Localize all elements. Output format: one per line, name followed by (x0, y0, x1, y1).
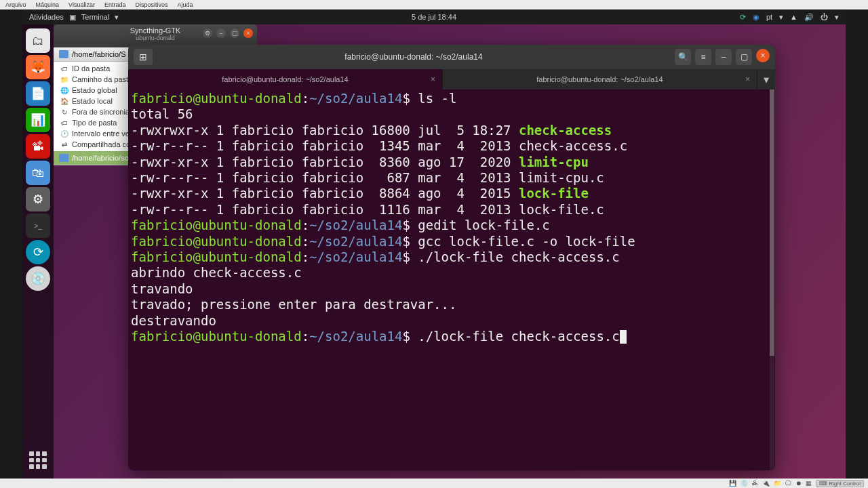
maximize-button[interactable]: ▢ (230, 28, 239, 38)
dock: 🗂 🦊 📄 📊 📽 🛍 ⚙ >_ ⟳ 💿 (22, 24, 54, 479)
scrollbar-thumb[interactable] (770, 89, 774, 356)
hamburger-icon: ≡ (701, 52, 705, 62)
plus-icon: ⊞ (139, 52, 147, 62)
sync-indicator-icon[interactable]: ⟳ (740, 13, 746, 22)
dock-software[interactable]: 🛍 (26, 161, 50, 185)
terminal-window: ⊞ fabricio@ubuntu-donald: ~/so2/aula14 🔍… (128, 45, 775, 470)
update-indicator-icon[interactable]: ◉ (753, 13, 760, 22)
maximize-button[interactable]: ▢ (736, 49, 752, 65)
folder-icon (59, 154, 68, 162)
host-key-indicator: ⌨ Right Control (816, 480, 864, 487)
vm-menu-item[interactable]: Visualizar (68, 1, 95, 8)
activities-button[interactable]: Atividades (29, 13, 64, 21)
search-button[interactable]: 🔍 (675, 49, 691, 65)
vm-disk-icon[interactable]: 💾 (729, 480, 736, 487)
chevron-down-icon: ▾ (115, 13, 119, 22)
search-icon: 🔍 (678, 52, 688, 62)
terminal-content[interactable]: fabricio@ubuntu-donald:~/so2/aula14$ ls … (128, 89, 775, 470)
vm-cpu-icon[interactable]: ▦ (806, 480, 812, 487)
minimize-button[interactable]: – (715, 49, 732, 65)
language-indicator[interactable]: pt (766, 13, 772, 21)
dock-disc[interactable]: 💿 (26, 266, 50, 291)
vm-menu-item[interactable]: Máquina (36, 1, 60, 8)
clock-icon: 🕐 (60, 129, 68, 138)
document-icon: 📄 (31, 86, 45, 101)
dock-terminal[interactable]: >_ (26, 214, 50, 238)
vm-usb-icon[interactable]: 🔌 (762, 480, 770, 487)
folder-icon: 📁 (60, 75, 68, 83)
refresh-icon: ↻ (60, 108, 68, 116)
tab-dropdown[interactable]: ▾ (757, 69, 775, 89)
new-tab-button[interactable]: ⊞ (134, 49, 153, 65)
volume-icon[interactable]: 🔊 (804, 13, 814, 22)
globe-icon: 🌐 (60, 86, 68, 94)
home-icon: 🏠 (60, 97, 68, 105)
gnome-topbar: Atividades ▣ Terminal ▾ 5 de jul 18:44 ⟳… (22, 9, 846, 24)
virtualbox-menubar: Arquivo Máquina Visualizar Entrada Dispo… (0, 0, 868, 9)
tag-icon: 🏷 (60, 64, 68, 73)
terminal-tab[interactable]: fabricio@ubuntu-donald: ~/so2/aula14 × (128, 69, 443, 89)
folder-path-label: /home/fabricio/S (72, 50, 125, 58)
folder-path-label: /home/fabricio/so (72, 154, 129, 162)
sync-icon: ⟳ (33, 245, 43, 260)
dock-impress[interactable]: 📽 (26, 134, 50, 159)
dock-settings[interactable]: ⚙ (26, 187, 50, 211)
folder-icon (59, 50, 68, 58)
close-button[interactable]: × (243, 28, 253, 38)
dock-syncthing[interactable]: ⟳ (26, 240, 50, 264)
vm-network-icon[interactable]: 🖧 (752, 480, 758, 487)
presentation-icon: 📽 (32, 140, 44, 154)
cursor (620, 330, 627, 344)
clock[interactable]: 5 de jul 18:44 (412, 13, 456, 21)
vm-menu-item[interactable]: Entrada (104, 1, 126, 8)
vm-menu-item[interactable]: Dispositivos (135, 1, 167, 8)
close-tab-icon[interactable]: × (431, 75, 435, 84)
chevron-down-icon: ▾ (764, 73, 769, 86)
dock-files[interactable]: 🗂 (26, 28, 50, 53)
gear-icon: ⚙ (205, 30, 210, 37)
tag-icon: 🏷 (60, 119, 68, 127)
vm-menu-item[interactable]: Arquivo (5, 1, 26, 8)
gnome-desktop: Atividades ▣ Terminal ▾ 5 de jul 18:44 ⟳… (22, 9, 846, 479)
vm-shared-icon[interactable]: 📁 (774, 480, 781, 487)
firefox-icon: 🦊 (31, 60, 45, 75)
virtualbox-statusbar: 💾 💿 🖧 🔌 📁 🖵 ⏺ ▦ ⌨ Right Control (0, 479, 868, 488)
terminal-headerbar[interactable]: ⊞ fabricio@ubuntu-donald: ~/so2/aula14 🔍… (128, 45, 775, 69)
settings-button[interactable]: ⚙ (203, 28, 212, 38)
minimize-button[interactable]: – (216, 28, 226, 38)
dock-firefox[interactable]: 🦊 (26, 55, 50, 79)
dock-calc[interactable]: 📊 (26, 108, 50, 132)
share-icon: ⇄ (60, 140, 68, 148)
network-icon[interactable]: ▲ (790, 13, 797, 21)
bag-icon: 🛍 (32, 166, 44, 180)
app-menu-label[interactable]: Terminal (81, 13, 110, 21)
vm-recording-icon[interactable]: ⏺ (795, 480, 802, 487)
spreadsheet-icon: 📊 (31, 113, 45, 127)
close-button[interactable]: × (756, 49, 770, 62)
vm-menu-item[interactable]: Ajuda (177, 1, 193, 8)
terminal-icon: >_ (34, 222, 41, 230)
terminal-tabs: fabricio@ubuntu-donald: ~/so2/aula14 × f… (128, 69, 775, 89)
dock-writer[interactable]: 📄 (26, 81, 50, 106)
close-tab-icon[interactable]: × (745, 75, 750, 84)
chevron-down-icon: ▾ (779, 13, 783, 22)
show-apps-button[interactable] (26, 449, 50, 472)
terminal-title: fabricio@ubuntu-donald: ~/so2/aula14 (158, 52, 669, 62)
terminal-icon: ▣ (69, 13, 76, 22)
vm-display-icon[interactable]: 🖵 (785, 480, 791, 487)
chevron-down-icon: ▾ (835, 13, 839, 22)
files-icon: 🗂 (32, 34, 44, 48)
terminal-tab[interactable]: fabricio@ubuntu-donald: ~/so2/aula14 × (443, 69, 757, 89)
disc-icon: 💿 (31, 271, 45, 286)
syncthing-titlebar[interactable]: Syncthing-GTK ubuntu-donald ⚙ – ▢ × (54, 24, 257, 47)
vm-optical-icon[interactable]: 💿 (741, 480, 748, 487)
gear-icon: ⚙ (33, 192, 43, 207)
power-icon[interactable]: ⏻ (821, 13, 828, 21)
menu-button[interactable]: ≡ (695, 49, 711, 65)
